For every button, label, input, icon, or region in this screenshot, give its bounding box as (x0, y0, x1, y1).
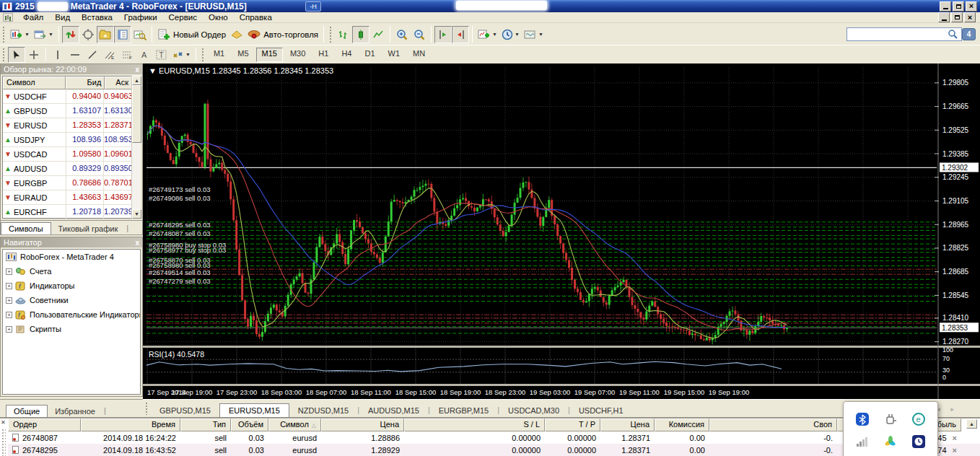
expand-plus-icon[interactable]: + (6, 326, 12, 333)
new-chart-button[interactable]: ▼ (8, 26, 32, 43)
navigator-item-scripts[interactable]: +Скрипты (3, 322, 140, 336)
navigator-root[interactable]: RoboForex - MetaTrader 4 (3, 250, 140, 264)
title-bar[interactable]: 2915 MetaTrader 4 - RoboForex - [EURUSD,… (0, 0, 980, 12)
market-watch-row[interactable]: ▲GBPUSD1.631071.63130 (3, 104, 132, 118)
navigator-item-indicators[interactable]: +fИндикаторы (3, 279, 140, 293)
child-close-button[interactable]: × (964, 12, 976, 22)
market-watch-row[interactable]: ▲AUDUSD0.893290.89350 (3, 162, 132, 176)
expand-plus-icon[interactable]: + (6, 268, 12, 275)
timeframe-W1[interactable]: W1 (382, 48, 406, 62)
chart-shift-button[interactable] (452, 26, 469, 43)
terminal-toggle[interactable] (114, 26, 131, 43)
menu-item-Файл[interactable]: Файл (17, 12, 49, 22)
toolbar-grip[interactable] (2, 26, 6, 43)
mw-column-Бид[interactable]: Бид (66, 76, 105, 89)
timeframe-M1[interactable]: M1 (208, 48, 230, 62)
menu-item-Вставка[interactable]: Вставка (76, 12, 118, 22)
terminal-column-Цена[interactable]: Цена (321, 418, 404, 431)
market-watch-row[interactable]: ▼EURUSD1.283531.28371 (3, 118, 132, 133)
chart-area[interactable]: #26749173 sell 0.03#26749086 sell 0.03#2… (143, 63, 980, 399)
eset-icon[interactable]: e (911, 411, 927, 427)
timeframe-D1[interactable]: D1 (359, 48, 380, 62)
arrows-tool-button[interactable]: ▼ (170, 47, 193, 63)
pin-icon[interactable]: -H (305, 1, 321, 12)
chart-tab-NZDUSD,M15[interactable]: NZDUSD,M15 (289, 404, 357, 417)
toolbar-grip[interactable] (2, 48, 6, 61)
chart-tab-EURGBP,M15[interactable]: EURGBP,M15 (430, 404, 498, 417)
terminal-column-Время[interactable]: Время (81, 418, 180, 431)
timeframe-M15[interactable]: M15 (256, 48, 283, 62)
auto-scroll-button[interactable] (434, 26, 452, 43)
bar-chart-type-button[interactable] (335, 26, 352, 43)
text-tool-button[interactable]: A (136, 47, 153, 63)
scroll-thumb[interactable] (132, 85, 141, 143)
terminal-scrollbar[interactable]: ▲ (966, 419, 978, 456)
fibonacci-tool-button[interactable]: F (118, 47, 136, 63)
tab-Избранное[interactable]: Избранное (48, 405, 102, 417)
menu-item-Сервис[interactable]: Сервис (163, 12, 203, 22)
horizontal-line-tool-button[interactable] (66, 47, 84, 63)
child-minimize-button[interactable] (938, 12, 950, 22)
navigator-item-custom-indicators[interactable]: +fПользовательские Индикаторы (3, 307, 140, 322)
templates-button[interactable]: ▼ (522, 26, 546, 43)
expand-plus-icon[interactable]: + (6, 283, 12, 289)
metaeditor-icon[interactable] (228, 26, 245, 43)
tab-Общие[interactable]: Общие (6, 405, 48, 417)
vertical-line-tool-button[interactable] (49, 47, 66, 63)
chart-tab-USDCHF,H1[interactable]: USDCHF,H1 (570, 404, 632, 417)
timeframe-H1[interactable]: H1 (312, 48, 334, 62)
search-icon[interactable] (948, 29, 958, 40)
close-order-icon[interactable]: × (953, 446, 957, 455)
terminal-column-Объём[interactable]: Объём (231, 418, 268, 431)
expand-plus-icon[interactable]: + (6, 312, 12, 318)
terminal-column-Комиссия[interactable]: Комиссия (655, 418, 709, 431)
trendline-tool-button[interactable] (84, 47, 101, 63)
clock-app-icon[interactable] (911, 434, 927, 450)
mw-column-Символ[interactable]: Символ (3, 76, 66, 89)
market-watch-row[interactable]: ▼EURAUD1.436631.43697 (3, 190, 132, 205)
strategy-tester-toggle[interactable] (131, 26, 149, 43)
market-watch-row[interactable]: ▼USDCAD1.095801.09601 (3, 147, 132, 162)
close-icon[interactable]: x (135, 66, 139, 74)
scroll-up-icon[interactable]: ▲ (966, 419, 977, 429)
expand-plus-icon[interactable]: + (6, 297, 12, 304)
minimize-button[interactable] (940, 1, 951, 12)
cursor-tool-button[interactable] (8, 47, 25, 63)
market-watch-row[interactable]: ▼USDCHF0.940400.94063 (3, 89, 132, 104)
market-watch-row[interactable]: ▲USDJPY108.936108.953 (3, 133, 132, 147)
text-label-tool-button[interactable]: T (153, 47, 170, 63)
data-window-toggle[interactable] (79, 26, 97, 43)
menu-item-Вид[interactable]: Вид (49, 12, 76, 22)
timeframe-M30[interactable]: M30 (284, 48, 311, 62)
scroll-down-icon[interactable]: ▼ (132, 209, 141, 219)
new-order-button[interactable]: Новый Ордер (155, 26, 228, 43)
terminal-column-S / L[interactable]: S / L (404, 418, 545, 431)
tab-Символы[interactable]: Символы (1, 222, 51, 234)
terminal-column-Символ[interactable]: Символ△ (268, 418, 321, 431)
chart-tab-EURUSD,M15[interactable]: EURUSD,M15 (219, 403, 289, 417)
menu-item-Графики[interactable]: Графики (118, 12, 163, 22)
terminal-column-Цена[interactable]: Цена (600, 418, 655, 431)
chat-badge[interactable]: 4 (962, 28, 976, 40)
zoom-out-button[interactable] (411, 26, 428, 43)
terminal-grip[interactable] (1, 429, 6, 456)
chart-tab-GBPUSD,M15[interactable]: GBPUSD,M15 (151, 404, 219, 417)
pinwheel-icon[interactable] (883, 434, 898, 450)
crosshair-tool-button[interactable] (25, 47, 43, 63)
zoom-in-button[interactable] (393, 26, 411, 43)
terminal-column-Тип[interactable]: Тип (180, 418, 231, 431)
menu-item-Окно[interactable]: Окно (203, 12, 234, 22)
chart-tab-USDCAD,M30[interactable]: USDCAD,M30 (499, 404, 568, 417)
bluetooth-icon[interactable] (854, 411, 870, 427)
terminal-column-Своп[interactable]: Своп (709, 418, 837, 431)
tabbar-grip[interactable] (145, 402, 149, 415)
market-watch-row[interactable]: ▼EURGBP0.786860.78701 (3, 176, 132, 190)
line-chart-type-button[interactable] (369, 26, 387, 43)
order-row[interactable]: 267480872014.09.18 16:24:22sell0.03eurus… (8, 431, 980, 444)
close-order-icon[interactable]: × (953, 434, 957, 442)
market-watch-toggle[interactable] (62, 26, 79, 43)
close-button[interactable]: × (966, 1, 977, 12)
mw-column-Аск[interactable]: Аск (105, 76, 132, 89)
terminal-column-T / P[interactable]: T / P (545, 418, 600, 431)
restore-button[interactable] (953, 1, 964, 12)
